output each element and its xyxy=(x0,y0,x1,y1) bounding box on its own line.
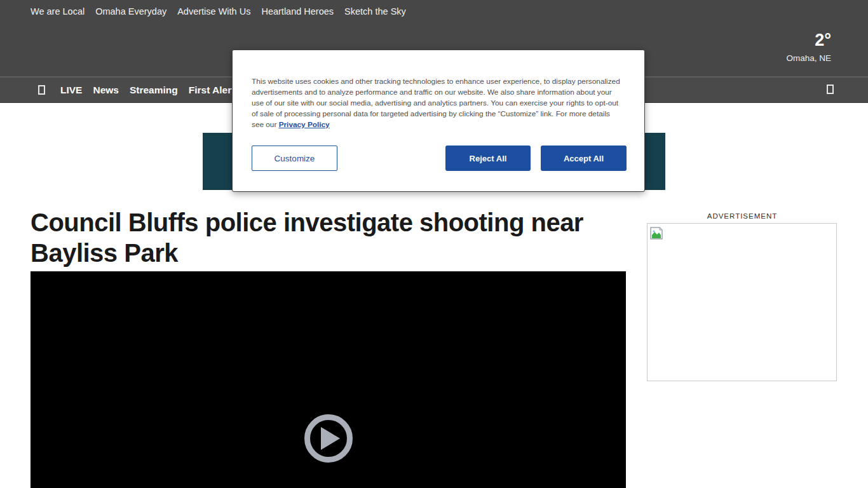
menu-icon xyxy=(38,85,45,95)
menu-button[interactable] xyxy=(38,85,45,95)
weather-location: Omaha, NE xyxy=(786,53,831,63)
weather-temperature: 2° xyxy=(786,30,831,50)
accept-all-button[interactable]: Accept All xyxy=(541,146,627,171)
nav-item-first-alert[interactable]: First Alert xyxy=(189,85,235,96)
nav-item-live[interactable]: LIVE xyxy=(60,85,82,96)
topbar-link-advertise[interactable]: Advertise With Us xyxy=(177,6,250,17)
topbar-link-we-are-local[interactable]: We are Local xyxy=(31,6,85,17)
play-icon[interactable] xyxy=(304,414,353,463)
topbar-link-heartland-heroes[interactable]: Heartland Heroes xyxy=(261,6,334,17)
search-icon xyxy=(827,85,834,94)
advertisement-label: ADVERTISEMENT xyxy=(647,212,837,220)
nav-item-streaming[interactable]: Streaming xyxy=(130,85,178,96)
privacy-policy-link[interactable]: Privacy Policy xyxy=(279,120,330,129)
nav-items: LIVE News Streaming First Alert xyxy=(60,85,234,96)
broken-image-icon xyxy=(650,227,663,240)
page-title: Council Bluffs police investigate shooti… xyxy=(31,207,628,268)
search-button[interactable] xyxy=(827,85,834,97)
weather-widget[interactable]: 2° Omaha, NE xyxy=(786,30,831,63)
topbar-links: We are Local Omaha Everyday Advertise Wi… xyxy=(31,0,406,22)
video-player[interactable] xyxy=(31,271,626,488)
customize-button[interactable]: Customize xyxy=(252,146,337,171)
advertisement-slot xyxy=(647,223,837,381)
cookie-message: This website uses cookies and other trac… xyxy=(252,76,624,130)
cookie-consent-dialog: This website uses cookies and other trac… xyxy=(232,50,645,192)
reject-all-button[interactable]: Reject All xyxy=(445,146,531,171)
topbar-link-omaha-everyday[interactable]: Omaha Everyday xyxy=(95,6,166,17)
topbar-link-sketch-the-sky[interactable]: Sketch the Sky xyxy=(344,6,406,17)
nav-item-news[interactable]: News xyxy=(93,85,119,96)
